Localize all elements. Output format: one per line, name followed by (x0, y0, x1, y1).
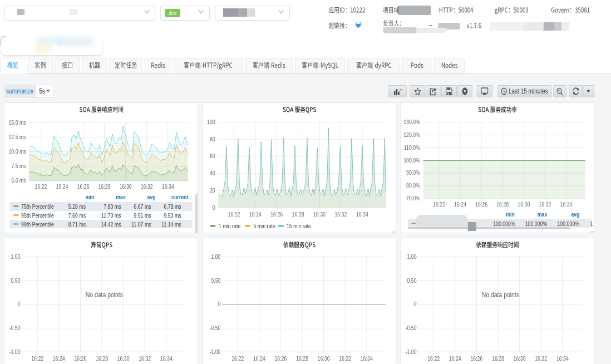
svg-text:16:22: 16:22 (35, 183, 47, 190)
svg-text:16:32: 16:32 (535, 355, 547, 362)
svg-text:80: 80 (210, 135, 215, 142)
svg-text:16:34: 16:34 (361, 355, 373, 362)
svg-text:1.00: 1.00 (211, 253, 221, 260)
svg-text:16:24: 16:24 (253, 355, 265, 362)
svg-text:16:22: 16:22 (31, 355, 43, 362)
svg-text:70.0%: 70.0% (406, 195, 420, 201)
svg-text:90.0%: 90.0% (406, 169, 420, 176)
svg-text:60: 60 (210, 153, 215, 159)
svg-text:16:30: 16:30 (313, 211, 326, 218)
svg-text:16:30: 16:30 (518, 201, 530, 208)
svg-text:16:26: 16:26 (475, 201, 487, 208)
svg-text:16:26: 16:26 (470, 355, 482, 362)
svg-text:80.0%: 80.0% (406, 182, 420, 189)
svg-text:16:34: 16:34 (160, 355, 173, 362)
svg-text:16:26: 16:26 (77, 183, 89, 190)
svg-text:12.5 ms: 12.5 ms (8, 133, 26, 140)
svg-text:16:26: 16:26 (274, 355, 287, 362)
svg-text:100: 100 (207, 118, 215, 125)
svg-text:5.0 ms: 5.0 ms (11, 177, 26, 184)
svg-text:16:32: 16:32 (334, 211, 347, 218)
svg-text:16:32: 16:32 (339, 355, 351, 362)
svg-text:0: 0 (414, 301, 417, 307)
svg-text:16:28: 16:28 (492, 355, 504, 362)
svg-text:16:28: 16:28 (296, 355, 308, 362)
svg-text:16:30: 16:30 (317, 355, 329, 362)
svg-text:40: 40 (210, 170, 215, 176)
svg-text:16:34: 16:34 (560, 201, 572, 208)
svg-text:16:32: 16:32 (139, 355, 151, 362)
svg-text:0: 0 (213, 204, 215, 210)
svg-text:16:22: 16:22 (433, 201, 445, 208)
svg-text:0: 0 (18, 301, 21, 307)
svg-text:-0.50: -0.50 (209, 324, 220, 331)
svg-text:1.00: 1.00 (407, 253, 417, 260)
svg-text:16:28: 16:28 (496, 201, 509, 208)
svg-text:16:34: 16:34 (556, 355, 569, 362)
svg-text:-1.00: -1.00 (405, 348, 416, 355)
svg-text:-0.50: -0.50 (9, 324, 20, 331)
svg-text:0.50: 0.50 (211, 277, 221, 284)
svg-text:16:30: 16:30 (120, 183, 132, 190)
svg-text:10.0 ms: 10.0 ms (8, 148, 26, 155)
svg-text:0: 0 (218, 301, 220, 307)
svg-text:-1.00: -1.00 (209, 348, 220, 355)
svg-text:20: 20 (210, 186, 215, 193)
svg-text:16:22: 16:22 (231, 355, 244, 362)
svg-text:-1.00: -1.00 (9, 348, 20, 355)
svg-text:0.50: 0.50 (11, 277, 21, 284)
svg-text:16:30: 16:30 (117, 355, 129, 362)
svg-text:16:24: 16:24 (53, 355, 65, 362)
svg-text:16:34: 16:34 (356, 211, 368, 218)
svg-text:16:30: 16:30 (513, 355, 525, 362)
svg-text:16:28: 16:28 (96, 355, 108, 362)
svg-text:-0.50: -0.50 (405, 324, 416, 331)
svg-text:16:24: 16:24 (449, 355, 461, 362)
svg-text:16:24: 16:24 (454, 201, 466, 208)
svg-text:0.50: 0.50 (407, 277, 417, 284)
svg-text:120.0%: 120.0% (403, 131, 420, 137)
svg-text:16:26: 16:26 (74, 355, 86, 362)
svg-text:7.5 ms: 7.5 ms (11, 163, 26, 169)
svg-text:110.0%: 110.0% (404, 144, 420, 150)
svg-text:16:34: 16:34 (162, 183, 174, 190)
svg-text:16:26: 16:26 (270, 211, 283, 218)
svg-text:16:22: 16:22 (228, 211, 240, 218)
svg-text:100.0%: 100.0% (403, 156, 420, 163)
svg-text:16:32: 16:32 (141, 183, 153, 190)
svg-text:16:24: 16:24 (56, 183, 68, 190)
svg-text:16:24: 16:24 (249, 211, 262, 218)
svg-text:16:22: 16:22 (427, 355, 440, 362)
svg-text:15.0 ms: 15.0 ms (8, 119, 26, 125)
svg-text:16:28: 16:28 (292, 211, 304, 218)
svg-text:16:32: 16:32 (539, 201, 551, 208)
svg-text:130.0%: 130.0% (403, 118, 420, 125)
svg-text:1.00: 1.00 (11, 253, 21, 260)
svg-text:16:28: 16:28 (98, 183, 110, 190)
